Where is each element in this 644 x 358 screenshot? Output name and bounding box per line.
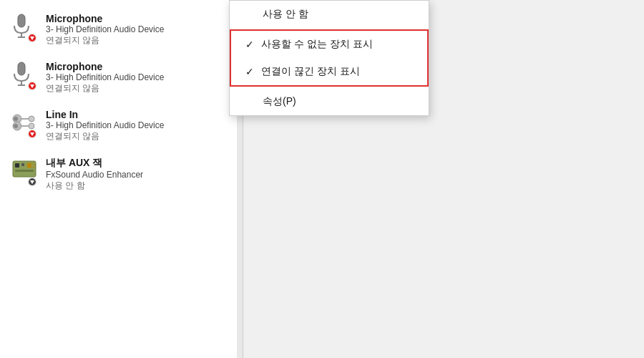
svg-point-19 xyxy=(29,123,34,129)
disabled-badge xyxy=(27,177,37,187)
svg-rect-0 xyxy=(18,14,25,27)
svg-rect-24 xyxy=(15,163,19,168)
menu-item-show-disconnected[interactable]: ✓ 연결이 끊긴 장치 표시 xyxy=(231,58,427,85)
device-info: Line In 3- High Definition Audio Device … xyxy=(46,109,231,142)
svg-point-27 xyxy=(27,163,31,168)
svg-point-13 xyxy=(14,117,18,121)
device-desc: FxSound Audio Enhancer xyxy=(46,170,231,180)
device-desc: 3- High Definition Audio Device xyxy=(46,24,231,34)
menu-label-disable: 사용 안 함 xyxy=(263,8,414,21)
disconnected-badge xyxy=(27,129,37,139)
svg-point-15 xyxy=(29,116,34,122)
menu-item-properties[interactable]: 속성(P) xyxy=(230,88,429,115)
device-status: 연결되지 않음 xyxy=(46,130,231,142)
menu-section-highlighted: ✓ 사용할 수 없는 장치 표시 ✓ 연결이 끊긴 장치 표시 xyxy=(230,29,429,87)
device-icon-wrap xyxy=(11,13,37,43)
list-item[interactable]: Microphone 3- High Definition Audio Devi… xyxy=(0,54,243,102)
device-info: Microphone 3- High Definition Audio Devi… xyxy=(46,13,231,47)
device-desc: 3- High Definition Audio Device xyxy=(46,72,231,82)
menu-item-show-unavailable[interactable]: ✓ 사용할 수 없는 장치 표시 xyxy=(231,31,427,58)
device-name: Microphone xyxy=(46,61,231,72)
device-icon-wrap xyxy=(11,109,37,139)
device-list: Microphone 3- High Definition Audio Devi… xyxy=(0,0,243,205)
list-item[interactable]: Microphone 3- High Definition Audio Devi… xyxy=(0,6,243,54)
svg-rect-26 xyxy=(15,170,34,172)
device-desc: 3- High Definition Audio Device xyxy=(46,120,231,130)
disconnected-badge xyxy=(27,81,37,91)
menu-label-show-unavailable: 사용할 수 없는 장치 표시 xyxy=(261,38,373,51)
disconnected-badge xyxy=(27,33,37,43)
menu-label-properties: 속성(P) xyxy=(263,95,414,108)
device-status: 연결되지 않음 xyxy=(46,82,231,95)
checkmark-properties xyxy=(244,96,255,107)
list-item[interactable]: Line In 3- High Definition Audio Device … xyxy=(0,102,243,150)
checkmark-show-unavailable: ✓ xyxy=(245,39,254,50)
device-info: 내부 AUX 잭 FxSound Audio Enhancer 사용 안 함 xyxy=(46,157,231,192)
list-item[interactable]: 내부 AUX 잭 FxSound Audio Enhancer 사용 안 함 xyxy=(0,150,243,199)
svg-rect-25 xyxy=(21,163,24,166)
context-menu: 사용 안 함 ✓ 사용할 수 없는 장치 표시 ✓ 연결이 끊긴 장치 표시 속… xyxy=(229,0,429,116)
device-status: 연결되지 않음 xyxy=(46,34,231,47)
checkmark-show-disconnected: ✓ xyxy=(245,66,254,77)
svg-rect-6 xyxy=(18,62,25,75)
menu-label-show-disconnected: 연결이 끊긴 장치 표시 xyxy=(261,65,360,78)
device-info: Microphone 3- High Definition Audio Devi… xyxy=(46,61,231,95)
device-panel: Microphone 3- High Definition Audio Devi… xyxy=(0,0,243,358)
device-name: Microphone xyxy=(46,13,231,24)
device-name: 내부 AUX 잭 xyxy=(46,157,231,170)
menu-item-disable[interactable]: 사용 안 함 xyxy=(230,1,429,28)
device-icon-wrap xyxy=(11,61,37,91)
svg-point-17 xyxy=(14,124,18,128)
checkmark-disable xyxy=(244,9,255,20)
device-status: 사용 안 함 xyxy=(46,180,231,192)
device-icon-wrap xyxy=(11,157,37,187)
device-name: Line In xyxy=(46,109,231,120)
